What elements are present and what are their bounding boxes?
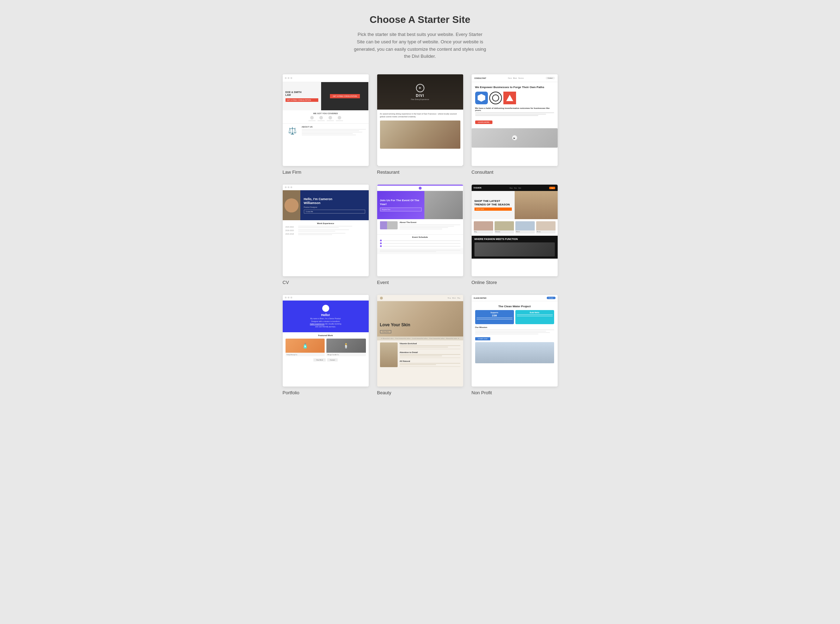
cv-preview: Hello, I'm CameronWilliamson Product Des… bbox=[283, 185, 369, 276]
product-4: Shoes bbox=[536, 221, 555, 233]
port-avatar bbox=[322, 305, 329, 312]
store-header-btn: Cart bbox=[549, 187, 555, 189]
port-link: digital experiences bbox=[310, 323, 324, 325]
site-card-event[interactable]: Join Us For The Event Of The Year! Regis… bbox=[377, 185, 463, 285]
port-buttons: View Work Contact bbox=[286, 358, 366, 361]
feat-line bbox=[400, 365, 436, 365]
event-about-img bbox=[380, 221, 398, 229]
work2-label: Mirage Candle Co. bbox=[326, 353, 366, 356]
feat-line bbox=[400, 354, 460, 355]
event-header bbox=[377, 185, 463, 191]
law-hero-right: GET A FREE CONSULTATION bbox=[321, 82, 368, 110]
cons-logo: CONSULTANT bbox=[475, 77, 486, 79]
site-card-cv[interactable]: Hello, I'm CameronWilliamson Product Des… bbox=[283, 185, 369, 285]
store-preview: FASHION Shop New Sale Cart SHOP THE LATE… bbox=[472, 185, 558, 276]
site-card-restaurant[interactable]: D DIVI Fine Dining Experience An award-w… bbox=[377, 74, 463, 175]
product-1: Bag bbox=[474, 221, 493, 233]
event-about-text: About The Event bbox=[400, 221, 460, 229]
np-stat1-title: Supports bbox=[476, 312, 512, 314]
product-label: Watch bbox=[515, 230, 535, 233]
sched-line bbox=[383, 246, 460, 247]
nav1: Shop bbox=[509, 187, 512, 189]
store-logo: FASHION bbox=[474, 187, 481, 189]
cv-role: Product Designer bbox=[304, 206, 365, 208]
port-desc: My name is Brian, I'm a Senior ProductDe… bbox=[286, 317, 365, 328]
dot2 bbox=[288, 297, 289, 298]
rest-subtitle: Fine Dining Experience bbox=[411, 98, 429, 100]
law-about-text: ABOUT US bbox=[302, 126, 366, 135]
store-hero: SHOP THE LATEST TRENDS OF THE SEASON SHO… bbox=[472, 191, 558, 219]
work1-label: Trinity Beauty Co. bbox=[286, 353, 325, 356]
store-banner: WHERE FASHION MEETS FUNCTION bbox=[472, 236, 558, 258]
line bbox=[298, 229, 349, 230]
product-img bbox=[474, 221, 493, 230]
port-btn-2: Contact bbox=[327, 358, 338, 361]
site-card-portfolio[interactable]: Hello! My name is Brian, I'm a Senior Pr… bbox=[283, 295, 369, 395]
cv-label: CV bbox=[283, 280, 369, 285]
nonprofit-label: Non Profit bbox=[472, 390, 558, 395]
sched-dot bbox=[380, 239, 382, 241]
icon-label bbox=[318, 120, 325, 121]
cons-header-btn: Contact bbox=[546, 77, 555, 79]
law-hero-cta: GET A FREE CONSULTATION bbox=[330, 94, 360, 98]
sched-row-1 bbox=[380, 239, 460, 241]
gavel-icon: ⚖️ bbox=[286, 126, 300, 135]
cv-exp-rows: 2020-2022 2018-2020 bbox=[286, 226, 366, 235]
sched-row-3 bbox=[380, 245, 460, 247]
line bbox=[302, 133, 353, 134]
cons-text: We have a habit of delivering transforma… bbox=[475, 107, 554, 116]
restaurant-label: Restaurant bbox=[377, 170, 463, 175]
event-color-block bbox=[380, 221, 387, 229]
store-shop-btn: SHOP NOW bbox=[475, 207, 512, 211]
shape-red bbox=[503, 92, 516, 104]
dot1 bbox=[285, 186, 286, 188]
event-text-lines bbox=[400, 224, 460, 229]
event-logo bbox=[419, 187, 422, 190]
line bbox=[298, 233, 345, 233]
feat2-title: Attention to Detail bbox=[400, 351, 460, 354]
dot3 bbox=[291, 186, 292, 188]
work-1: 🧴 Trinity Beauty Co. bbox=[286, 338, 325, 356]
line bbox=[475, 115, 538, 116]
page-header: Choose A Starter Site Pick the starter s… bbox=[7, 14, 833, 60]
year3: 2015-2018 bbox=[286, 233, 296, 235]
line bbox=[400, 229, 442, 229]
np-line bbox=[517, 316, 553, 317]
line bbox=[298, 226, 353, 227]
cv-exp-2: 2018-2020 bbox=[286, 229, 366, 232]
rest-content: An award-winning dining experience in th… bbox=[377, 110, 463, 166]
sched-row-2 bbox=[380, 242, 460, 244]
np-stat-1: Supports 1SM bbox=[475, 310, 514, 324]
feat-1: Vitamin Enriched bbox=[400, 343, 460, 349]
np-mission-lines bbox=[475, 329, 554, 334]
event-sched-rows bbox=[380, 239, 460, 247]
law-about-lines bbox=[302, 129, 366, 135]
site-card-store[interactable]: FASHION Shop New Sale Cart SHOP THE LATE… bbox=[472, 185, 558, 285]
portfolio-preview: Hello! My name is Brian, I'm a Senior Pr… bbox=[283, 295, 369, 386]
site-card-nonprofit[interactable]: CLEAN WATER Donate The Clean Water Proje… bbox=[472, 295, 558, 395]
site-card-consultant[interactable]: CONSULTANT Home About Services Contact W… bbox=[472, 74, 558, 175]
store-header: FASHION Shop New Sale Cart bbox=[472, 185, 558, 191]
line bbox=[475, 329, 554, 330]
store-hero-img bbox=[515, 191, 558, 219]
beauty-nav: Shop About Blog bbox=[448, 297, 460, 299]
dot2 bbox=[288, 186, 289, 188]
consultant-label: Consultant bbox=[472, 170, 558, 175]
icon-label bbox=[327, 120, 334, 121]
site-card-law-firm[interactable]: DOE & SMITHLAW GET A FREE CONSULTATION G… bbox=[283, 74, 369, 175]
line bbox=[302, 130, 360, 131]
rest-table-image bbox=[380, 120, 460, 149]
law-covered-section: WE GOT YOU COVERED bbox=[283, 110, 369, 124]
law-firm-preview: DOE & SMITHLAW GET A FREE CONSULTATION G… bbox=[283, 74, 369, 166]
site-card-beauty[interactable]: Shop About Blog Love Your Skin Shop Now … bbox=[377, 295, 463, 395]
event-sched-title: Event Schedule bbox=[380, 236, 460, 238]
rest-hero: D DIVI Fine Dining Experience bbox=[377, 74, 463, 110]
work2-img: 🕯️ bbox=[326, 338, 366, 353]
port-works: 🧴 Trinity Beauty Co. 🕯️ Mirage Candle Co… bbox=[286, 338, 366, 356]
consultant-preview: CONSULTANT Home About Services Contact W… bbox=[472, 74, 558, 166]
rest-logo: D bbox=[416, 84, 424, 92]
exp-lines bbox=[298, 229, 366, 232]
line bbox=[475, 114, 546, 114]
law-cta: GET A FREE CONSULTATION bbox=[286, 98, 319, 102]
law-hero-left: DOE & SMITHLAW GET A FREE CONSULTATION bbox=[283, 82, 322, 110]
